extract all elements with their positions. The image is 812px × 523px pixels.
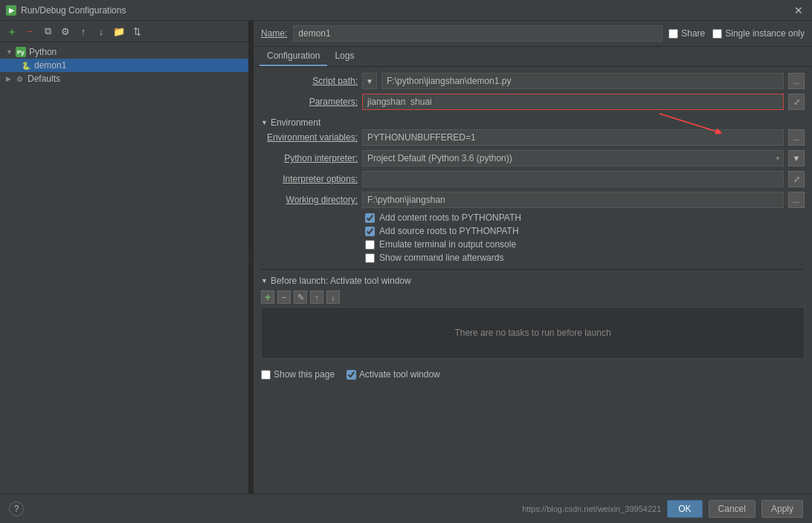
add-source-roots-row: Add source roots to PYTHONPATH: [261, 226, 805, 236]
tab-configuration[interactable]: Configuration: [260, 47, 327, 66]
show-command-line-checkbox[interactable]: [365, 253, 375, 263]
move-down-button[interactable]: ↓: [94, 24, 109, 39]
bl-up-button[interactable]: ↑: [310, 290, 323, 304]
script-path-dropdown[interactable]: ▼: [362, 73, 377, 89]
script-path-input[interactable]: [381, 73, 784, 89]
bl-add-button[interactable]: +: [261, 290, 274, 304]
before-launch-toolbar: + − ✎ ↑ ↓: [261, 289, 805, 307]
bl-remove-button[interactable]: −: [277, 290, 291, 304]
working-directory-label: Working directory:: [261, 195, 358, 205]
environment-section: ▼ Environment: [261, 114, 805, 129]
activate-tool-window-label: Activate tool window: [359, 369, 440, 380]
sort-button[interactable]: ⇅: [129, 24, 144, 39]
working-directory-input[interactable]: [362, 192, 784, 208]
cancel-button[interactable]: Cancel: [709, 500, 755, 518]
name-label: Name:: [261, 28, 287, 39]
single-instance-checkbox[interactable]: [712, 29, 722, 39]
before-launch-arrow[interactable]: ▼: [261, 277, 268, 285]
show-page-label: Show this page: [274, 369, 335, 380]
interpreter-options-expand-button[interactable]: ⤢: [788, 171, 805, 187]
config-tree: ▼ Py Python 🐍 demon1 ▶ ⚙ Defaults: [0, 42, 248, 493]
add-content-roots-row: Add content roots to PYTHONPATH: [261, 212, 805, 223]
bl-edit-button[interactable]: ✎: [294, 290, 307, 304]
bottom-checkboxes: Show this page Activate tool window: [261, 365, 805, 384]
py-file-icon: 🐍: [21, 60, 31, 71]
footer: ? https://blog.csdn.net/weixin_39954221 …: [0, 493, 812, 523]
add-content-roots-checkbox[interactable]: [365, 213, 375, 223]
activate-tool-window-checkbox-label[interactable]: Activate tool window: [347, 369, 440, 380]
add-source-roots-label[interactable]: Add source roots to PYTHONPATH: [379, 226, 519, 236]
activate-tool-window-checkbox[interactable]: [347, 370, 356, 380]
add-source-roots-checkbox[interactable]: [365, 227, 375, 236]
window-title: Run/Debug Configurations: [21, 5, 126, 16]
add-content-roots-label[interactable]: Add content roots to PYTHONPATH: [379, 212, 521, 223]
working-directory-browse-button[interactable]: ...: [788, 192, 805, 208]
before-launch-empty-text: There are no tasks to run before launch: [454, 328, 610, 338]
show-page-checkbox[interactable]: [261, 370, 271, 380]
interpreter-options-label: Interpreter options:: [261, 174, 358, 184]
interpreter-options-input[interactable]: [362, 171, 784, 187]
tree-group-python[interactable]: ▼ Py Python: [0, 45, 248, 59]
share-checkbox[interactable]: [668, 29, 678, 39]
ok-button[interactable]: OK: [667, 500, 702, 518]
interpreter-label: Python interpreter:: [261, 153, 358, 163]
before-launch-empty-area: There are no tasks to run before launch: [261, 307, 805, 359]
left-toolbar: + − ⧉ ⚙ ↑ ↓ 📁 ⇅: [0, 21, 248, 42]
env-variables-input[interactable]: [362, 129, 784, 146]
env-variables-browse-button[interactable]: ...: [788, 129, 805, 146]
environment-arrow[interactable]: ▼: [261, 119, 268, 126]
apply-button[interactable]: Apply: [761, 500, 803, 518]
script-path-row: Script path: ▼ ...: [261, 73, 805, 89]
single-instance-checkbox-label[interactable]: Single instance only: [712, 28, 805, 39]
defaults-label: Defaults: [28, 74, 60, 84]
show-command-line-row: Show command line afterwards: [261, 253, 805, 263]
app-icon: ▶: [6, 5, 16, 16]
close-button[interactable]: ✕: [791, 3, 806, 18]
defaults-icon: ⚙: [14, 74, 25, 84]
folder-button[interactable]: 📁: [112, 24, 126, 39]
left-panel: + − ⧉ ⚙ ↑ ↓ 📁 ⇅ ▼ Py Python 🐍 dem: [0, 21, 249, 493]
show-command-line-label[interactable]: Show command line afterwards: [379, 253, 503, 263]
script-path-browse-button[interactable]: ...: [788, 73, 805, 89]
interpreter-select-wrapper[interactable]: Project Default (Python 3.6 (python)): [362, 150, 784, 166]
python-group-label: Python: [29, 47, 57, 57]
emulate-terminal-row: Emulate terminal in output console: [261, 239, 805, 250]
interpreter-browse-button[interactable]: ▼: [788, 150, 805, 166]
footer-left: ?: [9, 501, 24, 516]
name-right-options: Share Single instance only: [668, 28, 805, 39]
config-area: Script path: ▼ ... Parameters: ⤢: [254, 67, 812, 493]
env-variables-row: Environment variables: ...: [261, 129, 805, 146]
emulate-terminal-label[interactable]: Emulate terminal in output console: [379, 239, 516, 250]
tree-arrow-defaults: ▶: [6, 75, 11, 82]
watermark: https://blog.csdn.net/weixin_39954221: [522, 504, 661, 513]
environment-label: Environment: [271, 117, 320, 128]
emulate-terminal-checkbox[interactable]: [365, 240, 375, 250]
name-bar: Name: Share Single instance only: [254, 21, 812, 47]
script-path-label: Script path:: [261, 76, 358, 86]
right-panel: Name: Share Single instance only Configu…: [254, 21, 812, 493]
bl-down-button[interactable]: ↓: [326, 290, 340, 304]
help-button[interactable]: ?: [9, 501, 24, 516]
parameters-label: Parameters:: [261, 97, 358, 107]
demon1-label: demon1: [34, 60, 66, 71]
parameters-browse-button[interactable]: ⤢: [788, 94, 805, 110]
env-variables-label: Environment variables:: [261, 132, 358, 143]
interpreter-options-row: Interpreter options: ⤢: [261, 171, 805, 187]
show-page-checkbox-label[interactable]: Show this page: [261, 369, 335, 380]
share-checkbox-label[interactable]: Share: [668, 28, 705, 39]
parameters-row: Parameters: ⤢: [261, 94, 805, 110]
before-launch-section: ▼ Before launch: Activate tool window + …: [261, 269, 805, 359]
copy-config-button[interactable]: ⧉: [40, 24, 55, 39]
settings-button[interactable]: ⚙: [58, 24, 73, 39]
name-input[interactable]: [293, 25, 663, 42]
tree-item-demon1[interactable]: 🐍 demon1: [0, 59, 248, 72]
title-bar: ▶ Run/Debug Configurations ✕: [0, 0, 812, 21]
remove-config-button[interactable]: −: [22, 24, 37, 39]
tree-arrow-python: ▼: [6, 48, 13, 56]
interpreter-select[interactable]: Project Default (Python 3.6 (python)): [362, 150, 784, 166]
tree-group-defaults[interactable]: ▶ ⚙ Defaults: [0, 72, 248, 85]
move-up-button[interactable]: ↑: [76, 24, 91, 39]
parameters-input[interactable]: [362, 94, 784, 110]
tab-logs[interactable]: Logs: [327, 47, 361, 66]
add-config-button[interactable]: +: [4, 24, 19, 39]
